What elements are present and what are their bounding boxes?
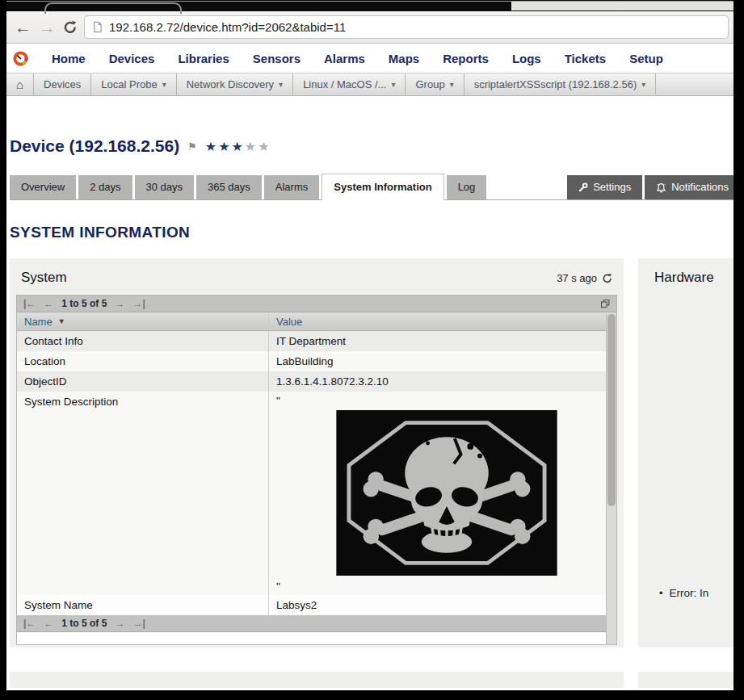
- tab-overview[interactable]: Overview: [10, 175, 76, 199]
- crumb-label: scriptalertXSSscript (192.168.2.56): [474, 78, 637, 90]
- menu-item-reports[interactable]: Reports: [443, 52, 489, 65]
- reload-icon[interactable]: [63, 20, 77, 34]
- screenshot-root: { "browser": { "url": "192.168.2.72/devi…: [0, 0, 744, 700]
- hardware-error-item: • Error: In: [649, 587, 733, 599]
- breadcrumb-home[interactable]: ⌂: [6, 73, 34, 95]
- chevron-down-icon: ▾: [391, 80, 395, 89]
- table-scrollbar[interactable]: [606, 313, 616, 644]
- forward-icon[interactable]: →: [39, 19, 56, 36]
- row-name: Contact Info: [17, 331, 268, 351]
- breadcrumb-devices[interactable]: Devices: [34, 73, 91, 95]
- scrollbar-thumb[interactable]: [607, 314, 616, 506]
- priority-stars[interactable]: ★★★★★: [205, 139, 271, 154]
- refreshed-ago-text: 37 s ago: [557, 272, 597, 284]
- menu-item-maps[interactable]: Maps: [389, 52, 419, 65]
- next-page-icon[interactable]: →: [115, 618, 124, 629]
- flag-icon[interactable]: ⚑: [187, 140, 197, 153]
- pagination-text: 1 to 5 of 5: [61, 298, 107, 309]
- star-icon[interactable]: ★: [258, 140, 271, 153]
- tab-settings[interactable]: Settings: [567, 175, 642, 199]
- page-title: Device (192.168.2.56): [10, 136, 179, 156]
- tab-alarms[interactable]: Alarms: [264, 175, 319, 199]
- tab-notifications[interactable]: Notifications: [645, 175, 733, 199]
- chevron-down-icon: ▾: [279, 80, 283, 89]
- browser-window: ← → 192.168.2.72/device.htm?id=2062&tabi…: [6, 0, 733, 690]
- breadcrumb-device[interactable]: scriptalertXSSscript (192.168.2.56)▾: [464, 73, 657, 95]
- breadcrumb-local-probe[interactable]: Local Probe▾: [91, 73, 176, 95]
- crumb-label: Local Probe: [101, 78, 157, 90]
- row-name: System Description: [17, 392, 268, 595]
- clipped-panel: [638, 672, 733, 688]
- row-name: System Name: [17, 595, 268, 615]
- breadcrumb-linux-macos[interactable]: Linux / MacOS /...▾: [293, 73, 406, 95]
- first-page-icon[interactable]: |←: [23, 298, 36, 309]
- page-icon: [92, 21, 103, 33]
- crumb-label: Network Discovery: [187, 78, 274, 90]
- row-value: 1.3.6.1.4.1.8072.3.2.10: [268, 371, 616, 392]
- menu-item-logs[interactable]: Logs: [512, 52, 541, 65]
- skull-image: [334, 410, 560, 576]
- hardware-error-text: Error: In: [670, 587, 709, 599]
- prev-page-icon[interactable]: ←: [44, 298, 53, 309]
- pagination-text: 1 to 5 of 5: [61, 618, 107, 629]
- menu-item-setup[interactable]: Setup: [629, 52, 663, 65]
- breadcrumb-network-discovery[interactable]: Network Discovery▾: [177, 73, 293, 95]
- tabstrip-background: [511, 2, 733, 10]
- panel-title: System: [21, 270, 67, 286]
- breadcrumb-group[interactable]: Group▾: [406, 73, 464, 95]
- pagination-bar-bottom: |← ← 1 to 5 of 5 → →|: [17, 615, 616, 632]
- table-row: Contact Info IT Department: [17, 331, 616, 351]
- device-tabs: Overview 2 days 30 days 365 days Alarms …: [10, 174, 733, 200]
- tab-30-days[interactable]: 30 days: [135, 175, 195, 199]
- clipped-panel: [10, 672, 624, 688]
- row-value: Labsys2: [268, 595, 616, 615]
- tab-system-information[interactable]: System Information: [322, 174, 443, 200]
- row-value: ": [268, 392, 616, 595]
- star-icon[interactable]: ★: [205, 140, 218, 153]
- browser-tab-strip: [6, 0, 733, 11]
- system-panel-header: System 37 s ago: [16, 265, 617, 295]
- row-name: Location: [17, 351, 268, 371]
- menu-item-home[interactable]: Home: [52, 52, 86, 65]
- last-page-icon[interactable]: →|: [132, 298, 145, 309]
- last-page-icon[interactable]: →|: [132, 618, 145, 629]
- star-icon[interactable]: ★: [232, 140, 245, 153]
- column-value-label: Value: [276, 316, 302, 328]
- tab-log[interactable]: Log: [447, 175, 487, 199]
- hardware-panel-header: Hardware: [649, 265, 733, 295]
- tab-2-days[interactable]: 2 days: [78, 175, 132, 199]
- table-row: System Description ": [17, 392, 616, 595]
- hardware-panel: Hardware • Error: In: [638, 258, 733, 648]
- first-page-icon[interactable]: |←: [23, 618, 36, 629]
- row-value: LabBuilding: [268, 351, 616, 371]
- refresh-control[interactable]: 37 s ago: [557, 272, 612, 284]
- table-header: Name ▼ Value: [17, 312, 616, 331]
- star-icon[interactable]: ★: [218, 140, 231, 153]
- description-open-quote: ": [276, 392, 616, 407]
- prev-page-icon[interactable]: ←: [44, 618, 53, 629]
- menu-item-alarms[interactable]: Alarms: [324, 52, 365, 65]
- star-icon[interactable]: ★: [245, 140, 258, 153]
- description-close-quote: ": [276, 577, 616, 593]
- menu-item-sensors[interactable]: Sensors: [253, 52, 301, 65]
- crumb-label: Group: [415, 78, 444, 90]
- browser-tab[interactable]: [44, 2, 182, 14]
- column-header-value[interactable]: Value: [268, 312, 616, 330]
- gauge-logo-icon[interactable]: [13, 51, 28, 66]
- url-bar[interactable]: 192.168.2.72/device.htm?id=2062&tabid=11: [84, 15, 729, 39]
- popout-icon[interactable]: [600, 299, 610, 308]
- row-value: IT Department: [268, 331, 616, 351]
- tab-365-days[interactable]: 365 days: [196, 175, 262, 199]
- refresh-icon[interactable]: [602, 273, 612, 283]
- back-icon[interactable]: ←: [15, 19, 32, 36]
- column-header-name[interactable]: Name ▼: [17, 316, 268, 328]
- tab-settings-label: Settings: [593, 175, 631, 199]
- menu-item-devices[interactable]: Devices: [109, 52, 155, 65]
- tab-notifications-label: Notifications: [671, 175, 729, 199]
- next-page-icon[interactable]: →: [115, 298, 124, 309]
- url-text: 192.168.2.72/device.htm?id=2062&tabid=11: [109, 20, 346, 34]
- home-icon: ⌂: [16, 78, 23, 91]
- menu-item-libraries[interactable]: Libraries: [178, 52, 229, 65]
- browser-toolbar: ← → 192.168.2.72/device.htm?id=2062&tabi…: [6, 11, 733, 44]
- menu-item-tickets[interactable]: Tickets: [565, 52, 606, 65]
